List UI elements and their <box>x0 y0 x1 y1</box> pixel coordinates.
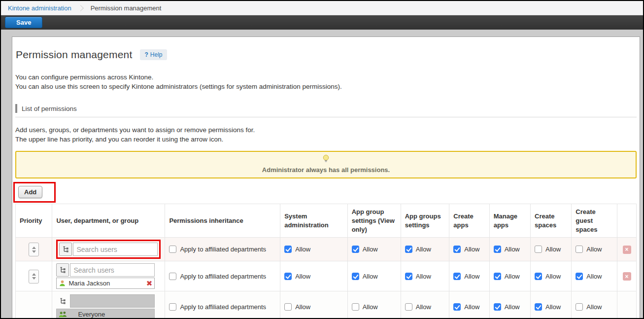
org-tree-icon[interactable] <box>56 263 69 277</box>
allow-checkbox[interactable] <box>576 303 583 311</box>
permission-cell: Allow <box>572 291 617 319</box>
delete-row-button[interactable]: × <box>623 246 631 254</box>
allow-label: Allow <box>363 246 378 253</box>
allow-checkbox[interactable] <box>494 303 501 311</box>
allow-checkbox[interactable] <box>494 273 501 280</box>
allow-checkbox[interactable] <box>494 246 501 253</box>
allow-checkbox[interactable] <box>453 303 461 311</box>
allow-checkbox[interactable] <box>352 303 359 311</box>
search-users-input-disabled <box>70 294 155 308</box>
allow-checkbox[interactable] <box>284 303 292 311</box>
allow-label: Allow <box>295 246 310 253</box>
everyone-chip: Everyone <box>56 309 155 319</box>
action-toolbar: Save <box>1 15 643 30</box>
allow-label: Allow <box>464 246 479 253</box>
allow-label: Allow <box>505 303 520 311</box>
everyone-label: Everyone <box>78 311 152 318</box>
apply-affiliated-checkbox[interactable] <box>169 273 176 280</box>
table-row: Apply to affiliated departments AllowAll… <box>16 238 637 261</box>
allow-label: Allow <box>545 246 561 253</box>
lightbulb-icon <box>322 154 330 164</box>
permission-cell: Allow <box>401 238 449 261</box>
allow-label: Allow <box>464 303 479 311</box>
section-header: List of permissions <box>15 104 637 117</box>
instruction-line-2: The upper line has priority, and you can… <box>15 135 637 144</box>
permission-cell: Allow <box>401 261 449 291</box>
permission-cell: Allow <box>401 291 449 319</box>
add-button[interactable]: Add <box>18 186 42 198</box>
allow-checkbox[interactable] <box>535 273 542 280</box>
allow-checkbox[interactable] <box>576 246 583 253</box>
allow-label: Allow <box>586 273 602 280</box>
allow-label: Allow <box>363 303 378 311</box>
inheritance-cell: Apply to affiliated departments <box>165 238 280 261</box>
instructions: Add users, groups, or departments you wa… <box>15 125 637 144</box>
permission-cell: Allow <box>531 238 572 261</box>
col-actions <box>617 204 637 238</box>
permission-cell: Allow <box>572 261 617 291</box>
allow-label: Allow <box>545 303 561 311</box>
col-create-apps: Create apps <box>449 204 489 238</box>
table-row: Everyone Apply to affiliated departments… <box>16 291 637 319</box>
allow-checkbox[interactable] <box>284 273 292 280</box>
permission-cell: Allow <box>449 261 489 291</box>
apply-affiliated-checkbox[interactable] <box>169 246 176 253</box>
selected-user-name: Maria Jackson <box>68 280 146 287</box>
delete-row-button[interactable]: × <box>623 272 631 281</box>
section-accent-bar <box>15 104 17 113</box>
permission-cell: Allow <box>572 238 617 261</box>
notice-text: Administrator always has all permissions… <box>16 166 636 174</box>
col-permissions-inheritance: Permissions inheritance <box>165 204 280 238</box>
priority-cell <box>16 238 52 261</box>
allow-checkbox[interactable] <box>405 273 412 280</box>
allow-checkbox[interactable] <box>352 246 359 253</box>
permission-cell: Allow <box>347 291 401 319</box>
table-row: Maria Jackson ✖ Apply to affiliated depa… <box>16 261 637 291</box>
user-avatar-icon <box>59 280 66 287</box>
help-button[interactable]: ? Help <box>140 49 167 60</box>
notice-banner: Administrator always has all permissions… <box>15 151 637 178</box>
search-users-input[interactable] <box>73 243 158 256</box>
remove-user-icon[interactable]: ✖ <box>146 280 153 287</box>
apply-affiliated-label: Apply to affiliated departments <box>180 303 266 311</box>
allow-label: Allow <box>416 303 431 311</box>
content-panel: Permission management ? Help You can con… <box>12 36 640 319</box>
org-tree-icon[interactable] <box>59 243 72 256</box>
allow-label: Allow <box>295 273 310 280</box>
allow-label: Allow <box>295 303 310 311</box>
permissions-table: Priority User, department, or group Perm… <box>15 204 637 319</box>
search-users-input[interactable] <box>70 263 155 277</box>
col-user-department-group: User, department, or group <box>52 204 165 238</box>
allow-label: Allow <box>586 303 602 311</box>
selected-user-chip: Maria Jackson ✖ <box>56 278 155 289</box>
allow-checkbox[interactable] <box>535 246 542 253</box>
breadcrumb-current-page: Permission management <box>91 4 162 12</box>
breadcrumb-link-kintone-administration[interactable]: Kintone administration <box>8 4 71 12</box>
permission-cell: Allow <box>347 261 401 291</box>
allow-checkbox[interactable] <box>405 303 412 311</box>
instruction-line-1: Add users, groups, or departments you wa… <box>15 125 637 135</box>
up-down-arrows-icon[interactable] <box>29 270 39 284</box>
apply-affiliated-label: Apply to affiliated departments <box>180 273 266 280</box>
allow-checkbox[interactable] <box>576 273 583 280</box>
allow-checkbox[interactable] <box>453 246 461 253</box>
description-line-1: You can configure permissions across Kin… <box>15 72 637 82</box>
allow-label: Allow <box>416 246 431 253</box>
allow-label: Allow <box>586 246 602 253</box>
permission-cell: Allow <box>489 238 530 261</box>
allow-checkbox[interactable] <box>284 246 292 253</box>
save-button[interactable]: Save <box>5 17 42 28</box>
group-avatar-icon <box>59 311 67 318</box>
annotation-red-box-search <box>56 240 161 259</box>
allow-checkbox[interactable] <box>352 273 359 280</box>
allow-checkbox[interactable] <box>535 303 542 311</box>
up-down-arrows-icon[interactable] <box>29 243 39 256</box>
allow-checkbox[interactable] <box>405 246 412 253</box>
page-title: Permission management <box>16 49 132 61</box>
col-app-groups-settings: App groups settings <box>401 204 449 238</box>
allow-checkbox[interactable] <box>453 273 461 280</box>
permission-cell: Allow <box>531 261 572 291</box>
permission-cell: Allow <box>280 261 347 291</box>
col-priority: Priority <box>16 204 52 238</box>
apply-affiliated-checkbox[interactable] <box>169 303 176 311</box>
